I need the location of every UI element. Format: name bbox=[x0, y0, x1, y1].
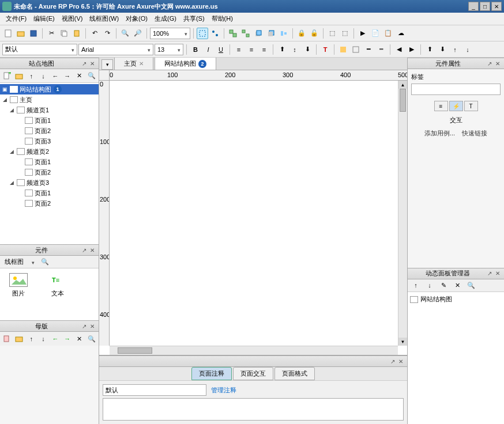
style-select[interactable]: 默认 bbox=[2, 44, 77, 55]
tree-node-ch2-p2[interactable]: 页面2 bbox=[0, 167, 99, 177]
order-front-button[interactable]: ⬆ bbox=[424, 44, 435, 55]
bold-button[interactable]: B bbox=[190, 44, 201, 55]
replace-button[interactable]: 🔎 bbox=[132, 28, 144, 39]
panel-expand-icon[interactable]: ↗ bbox=[80, 246, 88, 254]
master-right-button[interactable]: → bbox=[62, 333, 72, 344]
panel-expand-icon[interactable]: ↗ bbox=[389, 357, 397, 365]
linestyle-button[interactable]: ┅ bbox=[375, 44, 387, 55]
zoom-select[interactable]: 100% bbox=[150, 28, 190, 39]
tree-node-ch2-p1[interactable]: 页面1 bbox=[0, 157, 99, 167]
tree-node-ch2[interactable]: ◢频道页2 bbox=[0, 146, 99, 157]
delete-page-button[interactable]: ✕ bbox=[74, 70, 84, 82]
menu-edit[interactable]: 编辑(E) bbox=[30, 13, 58, 24]
back-button[interactable] bbox=[265, 28, 277, 39]
dpm-edit-button[interactable]: ✎ bbox=[438, 279, 449, 291]
tree-node-ch3[interactable]: ◢频道页3 bbox=[0, 177, 99, 188]
panel-close-icon[interactable]: ✕ bbox=[494, 59, 502, 67]
menu-help[interactable]: 帮助(H) bbox=[208, 13, 236, 24]
tree-node-ch1[interactable]: ◢频道页1 bbox=[0, 105, 99, 115]
outdent-button[interactable]: ← bbox=[51, 70, 61, 82]
align-button[interactable] bbox=[278, 28, 289, 39]
label-input[interactable] bbox=[411, 84, 501, 95]
arrow-start-button[interactable]: ◀ bbox=[393, 44, 405, 55]
master-search-button[interactable]: 🔍 bbox=[86, 333, 96, 344]
arrow-end-button[interactable]: ▶ bbox=[406, 44, 418, 55]
panel-expand-icon[interactable]: ↗ bbox=[486, 270, 494, 278]
add-case-link[interactable]: 添加用例... bbox=[424, 129, 455, 138]
select-mode-button[interactable] bbox=[197, 28, 208, 39]
minimize-button[interactable]: _ bbox=[468, 2, 479, 11]
widget-text[interactable]: T≡ 文本 bbox=[44, 273, 72, 316]
indent-button[interactable]: → bbox=[62, 70, 72, 82]
publish-button[interactable]: ☁ bbox=[395, 28, 407, 39]
close-button[interactable]: ✕ bbox=[491, 2, 502, 11]
menu-object[interactable]: 对象(O) bbox=[122, 13, 151, 24]
move-down-button[interactable]: ↓ bbox=[39, 70, 48, 82]
copy-button[interactable] bbox=[58, 28, 70, 39]
tree-node-ch3-p2[interactable]: 页面2 bbox=[0, 198, 99, 209]
lineweight-button[interactable]: ━ bbox=[363, 44, 374, 55]
order-back-button[interactable]: ⬇ bbox=[437, 44, 448, 55]
panel-close-icon[interactable]: ✕ bbox=[88, 59, 96, 67]
tab-page-notes[interactable]: 页面注释 bbox=[191, 367, 232, 380]
widget-image[interactable]: 图片 bbox=[5, 273, 32, 316]
panel-expand-icon[interactable]: ↗ bbox=[80, 59, 88, 67]
panel-close-icon[interactable]: ✕ bbox=[88, 322, 96, 330]
save-button[interactable] bbox=[28, 28, 39, 39]
distribute-h-button[interactable]: ⬚ bbox=[326, 28, 338, 39]
valign-top-button[interactable]: ⬆ bbox=[276, 44, 288, 55]
order-bwd-button[interactable]: ↓ bbox=[462, 44, 473, 55]
add-master-folder-button[interactable] bbox=[14, 333, 24, 344]
align-right-button[interactable]: ≡ bbox=[258, 44, 270, 55]
textcolor-button[interactable]: T bbox=[319, 44, 331, 55]
notes-select[interactable]: 默认 bbox=[103, 384, 206, 396]
tree-node-p3[interactable]: 页面3 bbox=[0, 136, 99, 146]
master-left-button[interactable]: ← bbox=[51, 333, 61, 344]
ungroup-button[interactable] bbox=[240, 28, 251, 39]
font-select[interactable]: Arial bbox=[78, 44, 153, 55]
group-button[interactable] bbox=[227, 28, 239, 39]
valign-mid-button[interactable]: ↕ bbox=[289, 44, 300, 55]
menu-wireframe[interactable]: 线框图(W) bbox=[86, 13, 122, 24]
scrollbar-horizontal[interactable] bbox=[110, 346, 398, 355]
close-icon[interactable]: ✕ bbox=[139, 60, 144, 67]
search-tree-button[interactable]: 🔍 bbox=[86, 70, 96, 82]
italic-button[interactable]: I bbox=[202, 44, 214, 55]
tree-node-root[interactable]: ▣网站结构图1 bbox=[0, 84, 99, 94]
tab-list-button[interactable]: ▾ bbox=[101, 59, 113, 70]
dpm-search-button[interactable]: 🔍 bbox=[465, 279, 477, 291]
menu-file[interactable]: 文件(F) bbox=[2, 13, 30, 24]
front-button[interactable] bbox=[253, 28, 264, 39]
proto-button[interactable]: 📋 bbox=[382, 28, 394, 39]
align-center-button[interactable]: ≡ bbox=[246, 44, 257, 55]
menu-generate[interactable]: 生成(G) bbox=[151, 13, 180, 24]
tree-node-p1[interactable]: 页面1 bbox=[0, 115, 99, 126]
tab-home[interactable]: 主页✕ bbox=[114, 58, 153, 70]
quick-link[interactable]: 快速链接 bbox=[462, 129, 487, 138]
panel-close-icon[interactable]: ✕ bbox=[88, 246, 96, 254]
library-select[interactable]: 线框图 bbox=[2, 256, 37, 268]
unlock-button[interactable]: 🔓 bbox=[309, 28, 320, 39]
dpm-up-button[interactable]: ↑ bbox=[410, 279, 422, 291]
panel-expand-icon[interactable]: ↗ bbox=[80, 322, 88, 330]
maximize-button[interactable]: □ bbox=[480, 2, 490, 11]
align-left-button[interactable]: ≡ bbox=[233, 44, 245, 55]
panel-close-icon[interactable]: ✕ bbox=[397, 357, 405, 365]
master-delete-button[interactable]: ✕ bbox=[74, 333, 84, 344]
fillcolor-button[interactable] bbox=[337, 44, 349, 55]
linecolor-button[interactable] bbox=[350, 44, 362, 55]
connector-mode-button[interactable] bbox=[209, 28, 221, 39]
add-master-button[interactable] bbox=[2, 333, 12, 344]
distribute-v-button[interactable]: ⬚ bbox=[339, 28, 351, 39]
tab-page-format[interactable]: 页面格式 bbox=[274, 367, 315, 380]
tree-node-p2[interactable]: 页面2 bbox=[0, 126, 99, 136]
props-tab-interactions[interactable]: ⚡ bbox=[449, 101, 463, 111]
move-up-button[interactable]: ↑ bbox=[27, 70, 36, 82]
search-widgets-button[interactable]: 🔍 bbox=[39, 256, 51, 268]
fontsize-select[interactable]: 13 bbox=[155, 44, 183, 55]
spec-button[interactable]: 📄 bbox=[370, 28, 381, 39]
open-button[interactable] bbox=[15, 28, 27, 39]
redo-button[interactable]: ↷ bbox=[101, 28, 113, 39]
cut-button[interactable]: ✂ bbox=[46, 28, 57, 39]
notes-textarea[interactable] bbox=[103, 398, 404, 421]
